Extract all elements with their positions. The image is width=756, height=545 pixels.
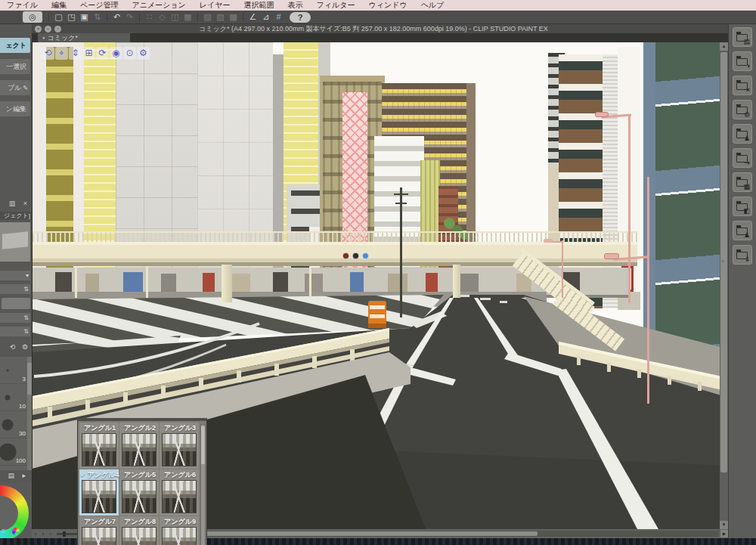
menu-item[interactable]: レイヤー bbox=[193, 0, 237, 11]
angle-thumbnail-cell[interactable]: アングル5 bbox=[119, 469, 159, 516]
move-handle-dot[interactable] bbox=[342, 252, 349, 259]
menu-item[interactable]: ヘルプ bbox=[414, 0, 451, 11]
open-file-icon[interactable]: ◳ bbox=[65, 11, 78, 24]
angle-thumbnail-cell[interactable]: アングル7 bbox=[79, 516, 119, 545]
minimize-button[interactable]: − bbox=[45, 26, 51, 33]
angle-thumbnail-image[interactable] bbox=[162, 527, 197, 545]
display-settings-icon[interactable]: ⚙ bbox=[137, 47, 150, 60]
scale-handle-dot[interactable] bbox=[362, 252, 369, 259]
clear-selection-icon[interactable]: ◫ bbox=[169, 11, 181, 24]
menu-item[interactable]: 選択範囲 bbox=[237, 0, 281, 11]
angle-thumbnail-image[interactable] bbox=[122, 480, 156, 513]
gradient-icon[interactable]: ▧ bbox=[214, 11, 227, 24]
angle-thumbnail-cell[interactable]: アングル1 bbox=[79, 423, 119, 469]
help-button[interactable]: ? bbox=[290, 12, 311, 23]
brush-size-item[interactable]: 100 bbox=[0, 438, 27, 466]
material-effect-icon[interactable]: ⇢ bbox=[733, 148, 752, 168]
scroll-down-icon[interactable]: ▼ bbox=[720, 521, 728, 529]
property-stepper[interactable]: ⇅ bbox=[0, 284, 30, 294]
angle-thumbnail-cell[interactable]: ✓アングル4 bbox=[79, 469, 119, 516]
close-button[interactable]: × bbox=[35, 26, 42, 33]
material-pose-icon[interactable]: ♟ bbox=[733, 221, 752, 240]
rainbow-wheel-icon[interactable] bbox=[12, 528, 20, 535]
document-tab[interactable]: ●コミック* bbox=[38, 33, 130, 42]
material-image-icon[interactable]: ▦ bbox=[733, 172, 752, 192]
clip-studio-logo-button[interactable]: ◎ bbox=[23, 11, 42, 23]
toolbar-separator[interactable] bbox=[139, 13, 140, 22]
menu-item[interactable]: フィルター bbox=[310, 0, 362, 11]
scroll-up-icon[interactable]: ▲ bbox=[720, 42, 728, 51]
toolbar-separator[interactable] bbox=[243, 13, 243, 22]
material-download-icon[interactable]: ⇓ bbox=[733, 245, 752, 265]
toolbar-separator[interactable] bbox=[197, 13, 198, 22]
camera-pan-icon[interactable]: ⌖ bbox=[55, 47, 68, 60]
canvas-vertical-scrollbar[interactable]: ▲ ≡ ▼ bbox=[720, 42, 728, 529]
menu-item[interactable]: ページ管理 bbox=[73, 0, 125, 11]
vertical-scroll-thumb[interactable]: ≡ bbox=[720, 52, 727, 472]
camera-angle-icon[interactable]: ⊙ bbox=[123, 47, 136, 60]
angle-thumbnail-cell[interactable]: アングル8 bbox=[119, 516, 159, 545]
subtool-item[interactable]: ェクト bbox=[0, 38, 30, 53]
material-manga-material-icon[interactable]: × bbox=[733, 76, 752, 95]
angle-thumbnail-image[interactable] bbox=[82, 527, 116, 545]
brush-size-item[interactable]: 10 bbox=[0, 384, 27, 411]
property-dropdown[interactable]: ▾ bbox=[0, 271, 30, 280]
angle-thumbnail-image[interactable] bbox=[162, 433, 197, 466]
subtool-actions[interactable]: ▥ × bbox=[9, 200, 30, 207]
angle-thumbnail-cell[interactable]: アングル3 bbox=[160, 423, 199, 469]
camera-zoom-icon[interactable]: ⇕ bbox=[69, 47, 82, 60]
fill-icon[interactable]: ▨ bbox=[201, 11, 214, 24]
subtool-item[interactable]: 一選択 bbox=[0, 59, 30, 74]
scroll-right-icon[interactable]: ▶ bbox=[720, 530, 728, 537]
brush-size-item[interactable]: 30 bbox=[0, 411, 27, 438]
object-rotate-icon[interactable]: ⟳ bbox=[96, 47, 109, 60]
menu-item[interactable]: 編集 bbox=[45, 0, 73, 11]
material-color-pattern-icon[interactable]: ▤ bbox=[733, 27, 752, 47]
property-button[interactable] bbox=[2, 298, 30, 309]
transform-icon[interactable]: ▦ bbox=[181, 11, 194, 24]
angle-thumbnail-cell[interactable]: アングル9 bbox=[160, 516, 199, 545]
snap-ruler-icon[interactable]: ∠ bbox=[246, 11, 259, 24]
fit-view-button[interactable]: ▫ bbox=[47, 531, 54, 537]
angle-thumbnail-image[interactable] bbox=[82, 480, 116, 513]
menu-item[interactable]: アニメーション bbox=[125, 0, 192, 11]
angle-thumbnail-cell[interactable]: アングル2 bbox=[119, 423, 159, 469]
rotate-handle-dot[interactable] bbox=[352, 252, 359, 259]
zoom-slider-knob[interactable] bbox=[63, 531, 66, 537]
toolbar-separator[interactable] bbox=[107, 13, 107, 22]
nav-next-button[interactable]: › bbox=[39, 531, 47, 537]
property-footer-icons[interactable]: ⟲ ⚙ bbox=[10, 343, 30, 351]
maximize-button[interactable]: ▫ bbox=[54, 26, 61, 33]
save-stepper-icon[interactable]: ⇅ bbox=[91, 11, 104, 24]
menu-item[interactable]: ファイル bbox=[0, 0, 45, 11]
material-monochromatic-pattern-icon[interactable]: ◑ bbox=[733, 51, 752, 71]
material-web-material-icon[interactable]: ◍ bbox=[733, 100, 752, 119]
object-move-icon[interactable]: ⊞ bbox=[82, 47, 95, 60]
redo-icon[interactable]: ↷ bbox=[123, 11, 136, 24]
brush-palette-footer-icons[interactable]: ▤ ▸ bbox=[8, 472, 29, 479]
frame-border-icon[interactable]: ▩ bbox=[227, 11, 240, 24]
property-stepper[interactable]: ⇅ bbox=[0, 313, 30, 323]
deselect-icon[interactable]: ∷ bbox=[143, 11, 156, 24]
menu-item[interactable]: ウィンドウ bbox=[361, 0, 414, 11]
new-file-icon[interactable]: ▢ bbox=[52, 11, 65, 24]
brush-size-item[interactable]: 3 bbox=[0, 357, 27, 384]
save-file-icon[interactable]: ▣ bbox=[78, 11, 91, 24]
undo-icon[interactable]: ↶ bbox=[110, 11, 123, 24]
menu-item[interactable]: 表示 bbox=[281, 0, 310, 11]
toolbar-separator[interactable] bbox=[48, 13, 49, 22]
camera-rotate-icon[interactable]: ⟲ bbox=[42, 47, 54, 60]
reselect-icon[interactable]: ◇ bbox=[156, 11, 169, 24]
angle-thumbnail-image[interactable] bbox=[162, 480, 197, 513]
material-tone-icon[interactable]: ◧ bbox=[733, 197, 752, 216]
angle-thumbnail-image[interactable] bbox=[122, 433, 156, 466]
object-turntable-icon[interactable]: ◉ bbox=[110, 47, 122, 60]
angle-panel-scrollbar[interactable] bbox=[200, 424, 206, 545]
snap-special-ruler-icon[interactable]: ⊿ bbox=[259, 11, 272, 24]
brush-palette-scrollbar[interactable] bbox=[27, 357, 32, 470]
subtool-item[interactable]: ブル✎ bbox=[0, 80, 30, 95]
angle-thumbnail-image[interactable] bbox=[122, 527, 156, 545]
subtool-item[interactable]: ン編集 bbox=[0, 101, 30, 116]
angle-thumbnail-image[interactable] bbox=[82, 433, 116, 466]
angle-thumbnail-cell[interactable]: アングル6 bbox=[160, 469, 199, 516]
